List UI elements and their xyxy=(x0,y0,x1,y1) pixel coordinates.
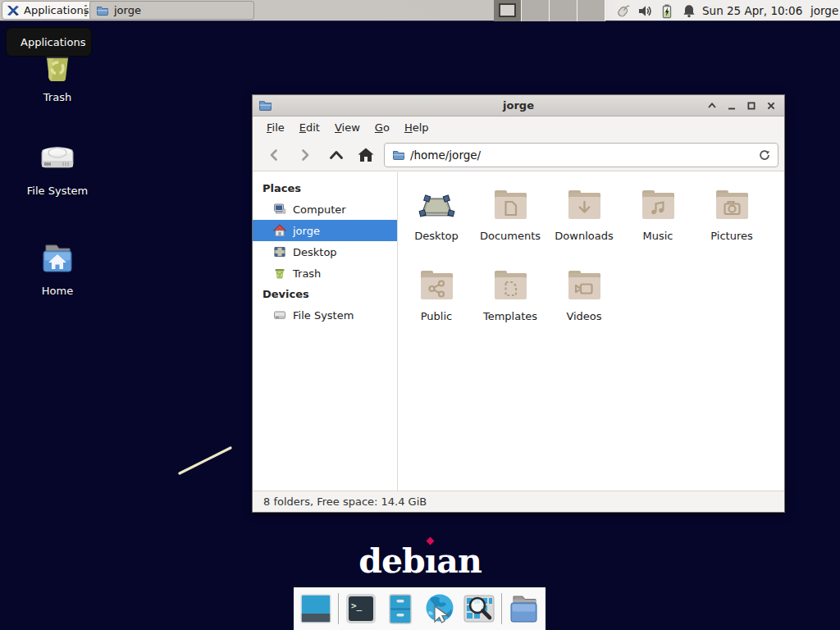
folder-documents-icon xyxy=(491,185,530,225)
battery-charging-icon[interactable] xyxy=(659,2,675,19)
sidebar-item-trash[interactable]: Trash xyxy=(253,262,397,284)
file-item-music[interactable]: Music xyxy=(621,184,695,264)
statusbar: 8 folders, Free space: 14.4 GiB xyxy=(253,491,784,512)
panel-clock[interactable]: Sun 25 Apr, 10:06 xyxy=(702,0,802,21)
home-button[interactable] xyxy=(354,144,377,166)
panel-grip[interactable] xyxy=(84,5,87,16)
show-desktop-icon[interactable] xyxy=(299,591,333,626)
folder-grid: Desktop Documents xyxy=(399,184,778,345)
applications-menu-button[interactable]: Applications xyxy=(2,1,96,20)
xorg-x-icon xyxy=(7,4,20,17)
window-body: Places Computer xyxy=(253,172,784,491)
folder-templates-icon xyxy=(491,266,530,305)
file-item-public[interactable]: Public xyxy=(399,264,473,345)
menu-edit[interactable]: Edit xyxy=(292,118,327,137)
app-finder-icon[interactable] xyxy=(462,591,496,626)
folder-downloads-icon xyxy=(564,185,604,225)
dock-separator xyxy=(338,593,339,624)
path-bar[interactable]: /home/jorge/ xyxy=(384,143,778,167)
folder-pictures-icon xyxy=(712,185,751,225)
taskbar-window-label: jorge xyxy=(114,4,141,16)
file-item-videos[interactable]: Videos xyxy=(547,264,621,345)
taskbar-window-button[interactable]: jorge xyxy=(89,1,254,20)
workspace-2[interactable] xyxy=(522,0,550,21)
panel-username[interactable]: jorge xyxy=(810,0,838,21)
maximize-button[interactable] xyxy=(743,98,760,114)
sidebar-item-jorge[interactable]: jorge xyxy=(253,220,397,241)
desktop-icon-file-system[interactable]: File System xyxy=(12,139,103,197)
sidebar-item-computer[interactable]: Computer xyxy=(253,199,397,220)
debian-logo: debıan xyxy=(0,541,840,581)
file-item-label: Videos xyxy=(566,310,601,322)
sidebar: Places Computer xyxy=(253,172,398,491)
window-titlebar[interactable]: jorge xyxy=(253,95,784,116)
home-icon xyxy=(273,224,286,237)
workspace-4[interactable] xyxy=(578,0,605,21)
sidebar-item-label: Computer xyxy=(293,203,346,216)
sidebar-item-label: File System xyxy=(293,309,354,322)
folder-videos-icon xyxy=(564,266,604,305)
file-item-pictures[interactable]: Pictures xyxy=(695,184,769,264)
menu-help[interactable]: Help xyxy=(397,118,436,137)
file-manager-icon[interactable] xyxy=(507,591,541,626)
back-button[interactable] xyxy=(262,144,285,166)
file-cabinet-icon[interactable] xyxy=(383,591,418,626)
menu-view[interactable]: View xyxy=(327,118,368,137)
desktop: Applications jorge xyxy=(0,0,840,630)
dock-separator xyxy=(501,593,502,624)
pencil-cursor-line xyxy=(172,441,241,479)
close-button[interactable] xyxy=(763,98,779,114)
file-item-label: Desktop xyxy=(414,230,459,242)
terminal-icon[interactable]: >_ xyxy=(344,591,378,626)
folder-music-icon xyxy=(638,185,678,225)
menu-file[interactable]: File xyxy=(259,118,292,137)
file-item-documents[interactable]: Documents xyxy=(473,184,547,264)
workspace-1[interactable] xyxy=(494,0,522,21)
web-browser-icon[interactable] xyxy=(422,591,457,626)
file-item-downloads[interactable]: Downloads xyxy=(547,184,621,264)
notification-bell-icon[interactable] xyxy=(681,2,697,19)
sidebar-item-label: Desktop xyxy=(293,246,337,258)
terminal-prompt-glyph: >_ xyxy=(351,600,363,611)
folder-public-icon xyxy=(417,266,456,305)
path-text[interactable]: /home/jorge/ xyxy=(410,148,758,162)
file-list-view[interactable]: Desktop Documents xyxy=(398,172,784,491)
sidebar-item-file-system[interactable]: File System xyxy=(253,304,397,326)
folder-icon xyxy=(392,148,405,162)
logo-text-post: an xyxy=(436,541,481,581)
toolbar: /home/jorge/ xyxy=(253,139,784,171)
desktop-icon-home[interactable]: Home xyxy=(12,240,103,297)
applications-menu-label: Applications xyxy=(24,4,89,16)
desktop-icon-label: Home xyxy=(42,285,73,297)
workspace-window-preview xyxy=(499,3,516,17)
file-manager-window: jorge File Edit View Go Help xyxy=(252,94,785,513)
dock: >_ xyxy=(294,587,546,630)
folder-icon xyxy=(96,4,109,17)
logo-dotless-i: ı xyxy=(425,541,437,581)
reload-icon[interactable] xyxy=(758,148,771,162)
up-button[interactable] xyxy=(325,144,348,166)
forward-button[interactable] xyxy=(294,144,317,166)
sidebar-header-places: Places xyxy=(253,178,397,199)
applications-tooltip: Applications xyxy=(6,27,92,57)
minimize-button[interactable] xyxy=(724,98,740,114)
mouse-icon[interactable] xyxy=(614,2,631,19)
volume-icon[interactable] xyxy=(637,2,653,19)
desktop-special-icon xyxy=(417,185,456,225)
sidebar-item-label: Trash xyxy=(293,267,321,280)
sidebar-item-desktop[interactable]: Desktop xyxy=(253,241,397,262)
workspace-3[interactable] xyxy=(550,0,578,21)
file-item-label: Downloads xyxy=(555,230,613,242)
workspace-pager xyxy=(494,0,605,21)
home-folder-icon xyxy=(37,240,78,281)
harddrive-icon xyxy=(273,308,286,322)
logo-letter-i: ı xyxy=(425,541,437,581)
file-item-templates[interactable]: Templates xyxy=(473,264,547,345)
desktop-icon xyxy=(273,245,286,258)
desktop-icon-label: File System xyxy=(27,185,88,197)
shade-button[interactable] xyxy=(704,98,720,114)
logo-text-pre: deb xyxy=(358,541,424,581)
menu-go[interactable]: Go xyxy=(368,118,397,137)
file-item-label: Templates xyxy=(483,310,537,322)
file-item-desktop[interactable]: Desktop xyxy=(399,184,473,264)
